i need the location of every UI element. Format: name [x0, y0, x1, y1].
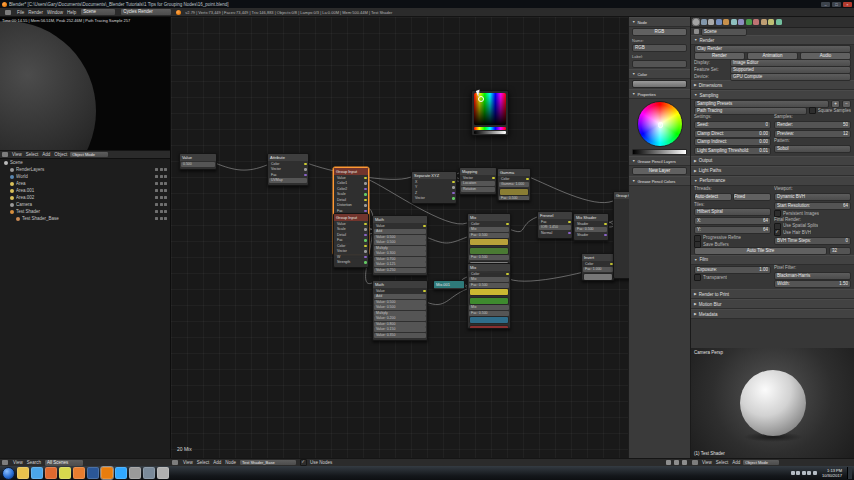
node-name-field[interactable]: RGB	[632, 44, 687, 52]
menu-view[interactable]: View	[702, 460, 712, 465]
visibility-icon[interactable]	[155, 196, 158, 199]
outliner-item-area-001[interactable]: Area.001	[0, 187, 170, 194]
socket-icon[interactable]	[364, 204, 367, 207]
socket-icon[interactable]	[452, 181, 455, 184]
use-nodes-checkbox[interactable]	[300, 459, 307, 466]
node-math[interactable]: MathValueAddValue: 0.500Value: 0.500Mult…	[372, 215, 428, 276]
pattern-select[interactable]: Sobol	[774, 145, 851, 153]
editor-type-icon[interactable]	[692, 460, 698, 465]
taskbar-app-photoshop[interactable]	[115, 467, 127, 479]
socket-icon[interactable]	[604, 234, 607, 237]
node-row[interactable]	[615, 255, 629, 260]
panel-color[interactable]: ▼Color	[629, 69, 690, 79]
menu-view[interactable]: View	[183, 460, 193, 465]
renderable-icon[interactable]	[164, 203, 167, 206]
node-header[interactable]: Mix	[468, 264, 510, 271]
node-math[interactable]: MathValueAddValue: 0.500Value: 0.500Mult…	[372, 280, 428, 341]
tab-physics-icon[interactable]	[776, 19, 782, 25]
node-row[interactable]: Add	[374, 229, 426, 234]
node-row[interactable]: Add	[374, 294, 426, 299]
node-row[interactable]: Scale	[335, 192, 367, 197]
outliner-item-area-002[interactable]: Area.002	[0, 194, 170, 201]
render-icon[interactable]	[682, 460, 687, 465]
node-row[interactable]: Value	[335, 176, 367, 181]
visibility-icon[interactable]	[155, 203, 158, 206]
node-row[interactable]: Mix	[469, 227, 509, 232]
preview-viewport[interactable]: Camera Persp (1) Test Shader	[690, 348, 854, 458]
remove-preset-button[interactable]: −	[842, 100, 851, 108]
node-row[interactable]: Multiply	[374, 246, 426, 251]
socket-icon[interactable]	[364, 239, 367, 242]
selectable-icon[interactable]	[160, 217, 163, 220]
node-row[interactable]	[615, 227, 629, 232]
panel-grease-pencil-layers[interactable]: ▼Grease Pencil Layers	[629, 156, 690, 166]
engine-select[interactable]: Cycles Render	[120, 8, 172, 16]
color-field[interactable]	[474, 93, 506, 125]
node-row[interactable]: Color1	[469, 288, 509, 296]
socket-icon[interactable]	[452, 192, 455, 195]
socket-icon[interactable]	[364, 182, 367, 185]
bvh-steps-field[interactable]: BVH Time Steps:0	[774, 237, 851, 245]
new-layer-button[interactable]: New Layer	[632, 167, 687, 175]
color-picker-popup[interactable]	[471, 90, 509, 136]
editor-type-icon[interactable]	[2, 152, 8, 157]
threads-fixed-button[interactable]: Fixed	[733, 193, 771, 201]
panel-light-paths[interactable]: ▶Light Paths	[691, 166, 854, 176]
socket-icon[interactable]	[506, 223, 509, 226]
socket-icon[interactable]	[364, 177, 367, 180]
socket-icon[interactable]	[364, 234, 367, 237]
node-row[interactable]: Value: 0.700	[374, 257, 426, 262]
node-header[interactable]: Group Output	[614, 192, 629, 199]
node-header[interactable]: Mix.001	[434, 281, 464, 288]
exposure-field[interactable]: Exposure:1.00	[694, 266, 771, 274]
clamp-indirect-field[interactable]: Clamp Indirect:0.00	[694, 138, 771, 146]
socket-icon[interactable]	[364, 256, 367, 259]
outliner-root-row[interactable]: Scene	[0, 159, 170, 166]
tab-object-icon[interactable]	[723, 19, 729, 25]
socket-icon[interactable]	[568, 232, 571, 235]
magnet-icon[interactable]	[674, 460, 679, 465]
node-row[interactable]: Color2	[469, 297, 509, 305]
node-row[interactable]: Fac: 0.500	[469, 255, 509, 260]
device-select[interactable]: GPU Compute	[730, 73, 851, 81]
node-row[interactable]: Value: 0.800	[374, 322, 426, 327]
socket-icon[interactable]	[304, 174, 307, 177]
node-row[interactable]: Fac: 0.500	[499, 196, 529, 201]
tray-volume-icon[interactable]	[796, 471, 800, 475]
socket-icon[interactable]	[364, 250, 367, 253]
node-row[interactable]: Detail	[335, 233, 367, 238]
tray-updates-icon[interactable]	[813, 471, 817, 475]
node-row[interactable]: Color2	[335, 187, 367, 192]
render-samples-field[interactable]: Render:50	[774, 121, 851, 129]
node-header[interactable]: Value	[180, 154, 216, 161]
socket-icon[interactable]	[364, 261, 367, 264]
selectable-icon[interactable]	[160, 182, 163, 185]
node-header[interactable]: Attribute	[268, 154, 308, 161]
tab-world-icon[interactable]	[716, 19, 722, 25]
taskbar-app-explorer[interactable]	[17, 467, 29, 479]
node-mix-shader[interactable]: Mix ShaderShaderFac: 0.500Shader	[573, 213, 609, 241]
node-row[interactable]: Strength	[335, 260, 367, 265]
socket-icon[interactable]	[423, 290, 426, 293]
node-row[interactable]: Color	[583, 262, 613, 267]
taskbar-app-internet-explorer[interactable]	[31, 467, 43, 479]
node-row[interactable]: UVMap	[269, 178, 307, 183]
close-button[interactable]: ×	[843, 2, 852, 7]
value-slider[interactable]	[474, 131, 506, 134]
node-row[interactable]: Value: 0.150	[374, 327, 426, 332]
outliner-item-test-shader_base[interactable]: Test Shader_Base	[0, 215, 170, 222]
socket-icon[interactable]	[423, 225, 426, 228]
viewport-3d[interactable]: Time:00:14.55 | Mem:56.51M, Peak 252.46M…	[0, 17, 170, 150]
node-header[interactable]: Fresnel	[538, 212, 572, 219]
tile-size-field[interactable]: 32	[829, 247, 851, 255]
node-row[interactable]	[615, 244, 629, 249]
panel-sampling[interactable]: ▼Sampling	[691, 90, 854, 100]
node-row[interactable]: Distortion	[335, 203, 367, 208]
menu-view[interactable]: View	[13, 460, 23, 465]
panel-node[interactable]: ▼Node	[629, 17, 690, 27]
outliner-item-world[interactable]: World	[0, 173, 170, 180]
node-row[interactable]	[615, 271, 629, 276]
start-button[interactable]	[2, 467, 15, 480]
socket-icon[interactable]	[568, 221, 571, 224]
menu-add[interactable]: Add	[42, 152, 50, 157]
